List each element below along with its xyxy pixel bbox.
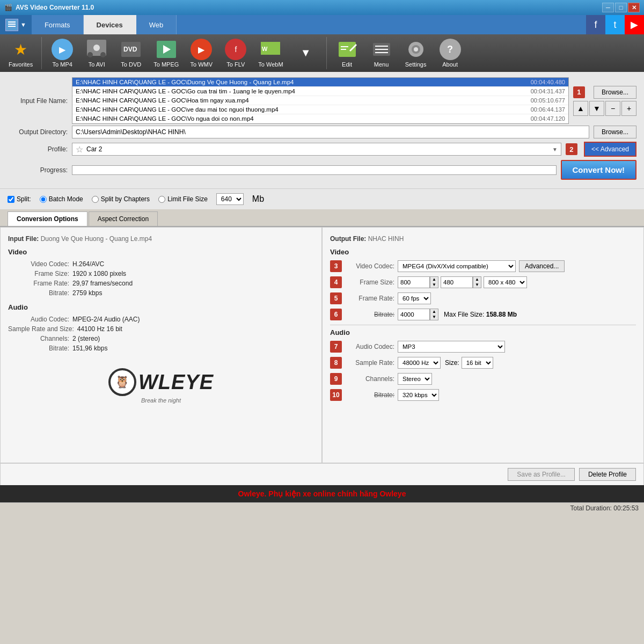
input-sample-row: Sample Rate and Size: 44100 Hz 16 bit — [8, 325, 314, 333]
progress-bar — [72, 165, 557, 175]
to-wmv-button[interactable]: ▶ To WMV — [185, 36, 217, 70]
file-item-2[interactable]: E:\NHAC HINH CAR\QUANG LE - GOC\Go cua t… — [72, 87, 568, 96]
limit-size-select[interactable]: 640 — [216, 193, 244, 205]
save-profile-button[interactable]: Save as Profile... — [508, 468, 575, 481]
tab-conversion-options[interactable]: Conversion Options — [8, 211, 87, 226]
window-controls: ─ □ ✕ — [602, 3, 640, 12]
tab-devices[interactable]: Devices — [84, 15, 136, 34]
favorites-button[interactable]: ★ Favorites — [4, 36, 37, 70]
more-formats-icon: ▼ — [295, 42, 317, 63]
output-channels-label: Channels: — [344, 375, 398, 383]
input-audio-bitrate-label: Bitrate: — [8, 345, 72, 352]
frame-height-input[interactable] — [441, 276, 473, 288]
to-flv-button[interactable]: f To FLV — [219, 36, 252, 70]
input-bitrate-label: Bitrate: — [8, 289, 72, 297]
file-item-4[interactable]: E:\NHAC HINH CAR\QUANG LE - GOC\ve dau m… — [72, 105, 568, 114]
profile-row: Profile: ☆ Car 2 ▼ 2 << Advanced — [8, 142, 636, 157]
move-up-button[interactable]: ▲ — [573, 101, 588, 116]
app-icon: 🎬 — [4, 4, 12, 11]
browse-input-button[interactable]: Browse... — [594, 86, 636, 99]
to-dvd-button[interactable]: DVD To DVD — [115, 36, 147, 70]
spin-down-icon[interactable]: ▼ — [430, 282, 438, 288]
svg-text:W: W — [262, 46, 268, 52]
close-button[interactable]: ✕ — [628, 3, 640, 12]
app-menu-button[interactable]: ▼ — [0, 15, 32, 34]
main-area: Input File Name: E:\NHAC HINH CAR\QUANG … — [0, 72, 644, 188]
file-list: E:\NHAC HINH CAR\QUANG LE - GOC\Duong Ve… — [72, 77, 569, 124]
to-avi-button[interactable]: To AVI — [80, 36, 113, 70]
spin-up-icon[interactable]: ▲ — [430, 277, 438, 282]
limit-size-wrap: Limit File Size — [158, 195, 208, 203]
add-button[interactable]: + — [621, 101, 636, 116]
frame-size-preset-select[interactable]: 800 x 480 — [484, 276, 527, 288]
browse-badge: 1 — [573, 86, 585, 98]
size-label: Size: — [445, 359, 459, 367]
bitrate-input[interactable] — [398, 309, 430, 320]
frame-width-spinner[interactable]: ▲ ▼ — [430, 276, 438, 288]
video-advanced-button[interactable]: Advanced... — [519, 260, 565, 272]
frame-height-spinner[interactable]: ▲ ▼ — [473, 276, 481, 288]
output-frame-rate-row: 5 Frame Rate: 60 fps — [330, 292, 636, 304]
bitrate-spinner[interactable]: ▲ ▼ — [430, 309, 438, 320]
delete-profile-button[interactable]: Delete Profile — [579, 468, 636, 481]
menu-button[interactable]: Menu — [365, 36, 398, 70]
file-item-1[interactable]: E:\NHAC HINH CAR\QUANG LE - GOC\Duong Ve… — [72, 78, 568, 87]
audio-codec-select[interactable]: MP3 — [398, 341, 505, 353]
file-item-5[interactable]: E:\NHAC HINH CAR\QUANG LE - GOC\Vo ngua … — [72, 114, 568, 123]
limit-size-radio[interactable] — [158, 196, 165, 203]
settings-icon — [405, 39, 427, 60]
tab-formats[interactable]: Formats — [32, 15, 84, 34]
maximize-button[interactable]: □ — [615, 3, 627, 12]
video-codec-select[interactable]: MPEG4 (DivX/Xvid compatible) — [398, 260, 516, 272]
tab-web[interactable]: Web — [136, 15, 177, 34]
spin-down-icon2[interactable]: ▼ — [473, 282, 481, 288]
to-webm-button[interactable]: W To WebM — [254, 36, 287, 70]
bottom-buttons: Save as Profile... Delete Profile — [0, 463, 644, 485]
spin-up-icon3[interactable]: ▲ — [430, 309, 438, 314]
toolbar: ★ Favorites ▶ To MP4 To AVI DVD To DVD — [0, 34, 644, 72]
frame-width-input[interactable] — [398, 276, 430, 288]
audio-bitrate-select[interactable]: 320 kbps — [398, 389, 439, 401]
edit-button[interactable]: Edit — [331, 36, 363, 70]
logo-tagline: Break the night — [108, 397, 214, 404]
size-select[interactable]: 16 bit — [462, 357, 493, 369]
move-down-button[interactable]: ▼ — [589, 101, 604, 116]
settings-button[interactable]: Settings — [400, 36, 432, 70]
tab-aspect-correction[interactable]: Aspect Correction — [89, 211, 158, 226]
input-channels-label: Channels: — [8, 335, 72, 342]
batch-mode-label: Batch Mode — [49, 195, 83, 203]
browse-output-button[interactable]: Browse... — [594, 126, 636, 138]
to-mpeg-button[interactable]: To MPEG — [149, 36, 183, 70]
twitter-button[interactable]: t — [605, 15, 625, 34]
input-sample-value: 44100 Hz 16 bit — [77, 325, 122, 333]
to-webm-icon: W — [260, 39, 281, 60]
youtube-button[interactable]: ▶ — [625, 15, 644, 34]
file-item-3[interactable]: E:\NHAC HINH CAR\QUANG LE - GOC\Hoa tim … — [72, 96, 568, 105]
profile-select[interactable]: ☆ Car 2 ▼ — [72, 143, 561, 156]
split-checkbox[interactable] — [8, 196, 14, 203]
remove-button[interactable]: − — [605, 101, 620, 116]
owl-icon: 🦉 — [108, 368, 136, 396]
content-tabs: Conversion Options Aspect Correction — [0, 209, 644, 227]
output-dir-input[interactable] — [72, 126, 589, 138]
spin-up-icon2[interactable]: ▲ — [473, 277, 481, 282]
input-frame-size-label: Frame Size: — [8, 270, 72, 277]
channels-select[interactable]: Stereo — [398, 373, 432, 385]
convert-button[interactable]: Convert Now! — [561, 160, 637, 180]
input-sample-label: Sample Rate and Size: — [8, 325, 77, 333]
input-bitrate-row: Bitrate: 2759 kbps — [8, 289, 314, 297]
advanced-button[interactable]: << Advanced — [584, 142, 636, 157]
input-video-codec-value: H.264/AVC — [72, 260, 104, 268]
frame-rate-select[interactable]: 60 fps — [398, 292, 431, 304]
split-chapters-radio[interactable] — [92, 196, 99, 203]
more-formats-button[interactable]: ▼ — [290, 40, 322, 67]
minimize-button[interactable]: ─ — [602, 3, 614, 12]
spin-down-icon3[interactable]: ▼ — [430, 314, 438, 320]
sample-rate-select[interactable]: 48000 Hz — [398, 357, 441, 369]
batch-mode-radio[interactable] — [40, 196, 47, 203]
input-audio-bitrate-value: 151,96 kbps — [72, 345, 107, 352]
to-mp4-button[interactable]: ▶ To MP4 — [46, 36, 78, 70]
about-button[interactable]: ? About — [434, 36, 466, 70]
facebook-button[interactable]: f — [586, 15, 605, 34]
svg-point-23 — [414, 47, 418, 52]
